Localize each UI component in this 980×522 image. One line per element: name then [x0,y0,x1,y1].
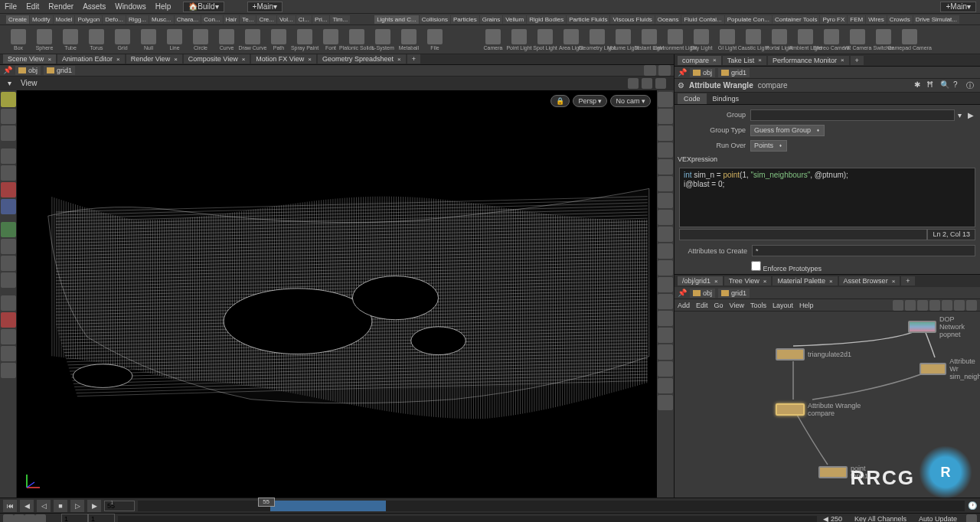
move-icon[interactable] [1,222,16,237]
select-geo-icon[interactable] [1,109,16,124]
shelf-tool-geometry-light[interactable]: Geometry Light [585,27,609,53]
node-simneigh[interactable]: Attribute Wrsim_neigh [920,357,980,380]
pointer-icon[interactable] [1,148,16,164]
shelf-tool-draw-curve[interactable]: Draw Curve [240,27,265,53]
node-name-field[interactable]: compare [758,81,788,90]
gear-icon[interactable]: ✱ [914,80,925,91]
shelf-tool-tube[interactable]: Tube [58,27,83,53]
shelf-tab[interactable]: Populate Con... [725,15,772,24]
menu-assets[interactable]: Assets [78,1,110,12]
menu-windows[interactable]: Windows [110,1,151,12]
display-icon[interactable] [658,193,673,208]
gear-icon[interactable]: Ħ [927,80,938,91]
group-input[interactable] [750,109,955,121]
path-node[interactable]: grid1 [44,66,75,75]
runover-select[interactable]: Points [750,140,787,152]
persp-dropdown[interactable]: Persp ▾ [573,95,607,107]
shelf-tab[interactable]: Rigg... [126,15,149,24]
display-icon[interactable] [658,277,673,292]
menu-help[interactable]: Help [151,1,176,12]
shelf-tab[interactable]: Vol... [277,15,296,24]
shelf-tool-point-light[interactable]: Point Light [507,27,531,53]
display-icon[interactable] [658,109,673,124]
shelf-tab[interactable]: Hair [224,15,240,24]
pin-icon[interactable]: 📌 [678,68,687,77]
shelf-set-dropdown[interactable]: + Main ▾ [247,2,283,12]
shelf-tool-environment-light[interactable]: Environment Light [663,27,688,53]
shelf-tool-file[interactable]: File [423,27,447,53]
chevron-down-icon[interactable]: ▾ [3,77,16,89]
play-button[interactable]: ▷ [70,500,84,512]
cplane-icon[interactable] [1,363,16,378]
shelf-tab[interactable]: FEM [848,15,865,24]
shelf-tab[interactable]: Model [54,15,75,24]
shelf-tab[interactable]: Te... [240,15,256,24]
menu-render[interactable]: Render [44,1,78,12]
range-end[interactable]: ◀ 250 [820,515,845,523]
shelf-tool-box[interactable]: Box [6,27,31,53]
enforce-checkbox[interactable] [751,261,761,271]
tab-anim-editor[interactable]: Animation Editor× [57,54,125,64]
shelf-tool-vr-camera[interactable]: VR Camera [845,27,870,53]
close-icon[interactable]: × [242,56,246,63]
vex-output[interactable] [679,229,927,240]
path-obj[interactable]: obj [690,68,715,77]
shelf-tool-spray-paint[interactable]: Spray Paint [292,27,317,53]
shelf-tab[interactable]: Vellum [503,15,526,24]
node-compare[interactable]: Attribute Wranglecompare [776,402,861,417]
cam-dropdown[interactable]: No cam ▾ [610,95,651,107]
snap-point-icon[interactable] [1,329,16,344]
playhead[interactable]: 55 [258,498,275,507]
path-node[interactable]: grid1 [718,289,750,298]
display-icon[interactable] [658,176,673,191]
update-icon[interactable] [966,514,977,523]
display-icon[interactable] [658,159,673,175]
status-icon[interactable] [14,514,24,523]
shelf-tool-portal-light[interactable]: Portal Light [767,27,792,53]
display-icon[interactable] [658,210,673,225]
snap-curve-icon[interactable] [1,312,16,328]
pin-icon[interactable]: 📌 [3,66,12,74]
auto-update[interactable]: Auto Update [916,515,960,523]
shelf-tab[interactable]: Polygon [75,15,102,24]
timeline-track[interactable]: 55 [138,501,965,511]
tab-add[interactable]: + [407,54,420,64]
shelf-tab[interactable]: Modify [30,15,53,24]
shelf-tab[interactable]: Pyro FX [820,15,847,24]
display-icon[interactable] [658,395,673,410]
menu-edit[interactable]: Edit [21,1,44,12]
tab-composite[interactable]: Composite View× [184,54,250,64]
close-icon[interactable]: × [829,278,833,285]
node-point[interactable]: pointform1 [818,465,868,480]
net-icon[interactable] [917,300,928,311]
display-icon[interactable] [658,142,673,158]
path-obj[interactable]: obj [690,289,715,298]
status-icon[interactable] [24,514,35,523]
select-objects-icon[interactable] [1,92,16,107]
shelf-tool-grid[interactable]: Grid [110,27,135,53]
tab-network[interactable]: /obj/grid1× [678,276,723,285]
next-frame-button[interactable]: ▶ [87,500,101,512]
close-icon[interactable]: × [892,278,896,285]
node-popnet[interactable]: DOP Networkpopnet [908,315,980,338]
shelf-tab[interactable]: Tim... [330,15,350,24]
tab-takes[interactable]: Take List× [723,56,766,65]
close-icon[interactable]: × [397,56,401,63]
scale-icon[interactable] [1,256,16,271]
shelf-tab[interactable]: Particle Fluids [567,15,609,24]
shelf-tab[interactable]: Musc... [149,15,174,24]
display-icon[interactable] [658,126,673,141]
shelf-tab[interactable]: Oceans [655,15,681,24]
group-select-icon[interactable]: ▶ [965,111,977,119]
shelf-tab[interactable]: Collisions [420,15,450,24]
range-slider[interactable] [118,516,817,522]
timeline-range[interactable] [270,501,386,511]
shelf-tool-sphere[interactable]: Sphere [32,27,57,53]
close-icon[interactable]: × [47,56,51,63]
net-menu-add[interactable]: Add [678,302,690,309]
shelf-tool-camera[interactable]: Camera [481,27,505,53]
shelf-tool-volume-light[interactable]: Volume Light [611,27,635,53]
shelf-tab[interactable]: Cl... [296,15,312,24]
shelf-tab[interactable]: Wires [866,15,886,24]
play-rev-button[interactable]: ◁ [37,500,51,512]
